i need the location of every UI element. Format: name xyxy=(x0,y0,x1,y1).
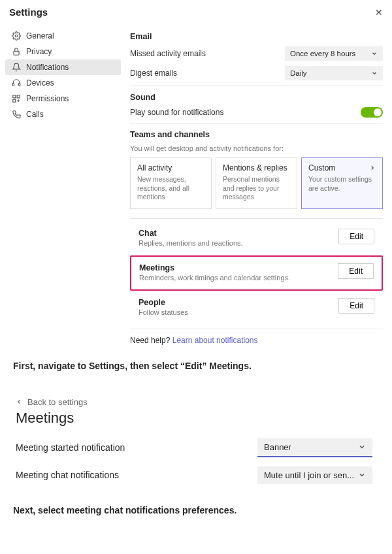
phone-icon xyxy=(12,110,21,119)
card-title: Custom xyxy=(308,163,335,172)
headset-icon xyxy=(12,78,21,88)
sidebar-item-permissions[interactable]: Permissions xyxy=(5,91,121,106)
card-custom[interactable]: Custom Your custom settings are active. xyxy=(301,157,383,209)
section-email-heading: Email xyxy=(130,32,383,41)
meetings-title: Meetings xyxy=(16,410,372,427)
meeting-started-select[interactable]: Banner xyxy=(257,438,372,457)
sidebar-item-label: Notifications xyxy=(26,63,69,72)
teams-subtext: You will get desktop and activity notifi… xyxy=(130,144,383,152)
sidebar-item-notifications[interactable]: Notifications xyxy=(5,59,121,75)
svg-rect-5 xyxy=(17,95,20,98)
play-sound-label: Play sound for notifications xyxy=(130,108,223,117)
instruction-step-1: First, navigate to Settings, then select… xyxy=(0,358,392,374)
chevron-down-icon xyxy=(371,70,378,76)
play-sound-toggle[interactable] xyxy=(361,107,383,118)
edit-chat-button[interactable]: Edit xyxy=(338,229,374,244)
sidebar-item-label: General xyxy=(26,31,54,41)
chevron-left-icon xyxy=(16,399,22,405)
svg-rect-6 xyxy=(13,99,16,102)
digest-emails-select[interactable]: Daily xyxy=(285,66,383,80)
sidebar-item-label: Devices xyxy=(26,78,54,88)
dialog-header: Settings ✕ xyxy=(0,7,392,23)
sidebar-item-label: Permissions xyxy=(26,94,69,103)
block-chat: Chat Replies, mentions and reactions. Ed… xyxy=(130,221,383,255)
settings-content: Email Missed activity emails Once every … xyxy=(121,23,392,345)
svg-rect-4 xyxy=(13,95,16,98)
settings-dialog: Settings ✕ General Privacy Notification xyxy=(0,0,392,345)
meeting-chat-select[interactable]: Mute until I join or sen... xyxy=(257,466,372,484)
section-sound-heading: Sound xyxy=(130,93,383,102)
sidebar-item-label: Calls xyxy=(26,110,44,119)
card-mentions-replies[interactable]: Mentions & replies Personal mentions and… xyxy=(216,157,297,209)
chevron-down-icon xyxy=(371,50,378,57)
digest-emails-label: Digest emails xyxy=(130,69,177,78)
close-icon[interactable]: ✕ xyxy=(375,7,383,18)
card-title: All activity xyxy=(137,163,172,172)
back-to-settings[interactable]: Back to settings xyxy=(16,397,372,407)
sidebar-item-devices[interactable]: Devices xyxy=(5,75,121,91)
settings-sidebar: General Privacy Notifications Devices xyxy=(0,23,121,345)
lock-icon xyxy=(12,47,21,56)
chevron-down-icon xyxy=(358,443,366,451)
block-title: People xyxy=(139,298,188,307)
section-teams-heading: Teams and channels xyxy=(130,130,383,139)
block-sub: Reminders, work timings and calendar set… xyxy=(139,274,290,282)
apps-icon xyxy=(12,94,21,103)
edit-meetings-button[interactable]: Edit xyxy=(338,263,374,279)
instruction-step-2: Next, select meeting chat notifications … xyxy=(0,502,392,518)
card-sub: New messages, reactions, and all mention… xyxy=(137,175,204,202)
sidebar-item-privacy[interactable]: Privacy xyxy=(5,44,121,59)
missed-emails-label: Missed activity emails xyxy=(130,49,206,58)
block-sub: Follow statuses xyxy=(139,308,188,316)
card-sub: Your custom settings are active. xyxy=(308,175,376,193)
sidebar-item-calls[interactable]: Calls xyxy=(5,106,121,122)
chevron-down-icon xyxy=(358,471,366,479)
svg-point-0 xyxy=(15,35,18,37)
select-value: Banner xyxy=(264,442,291,452)
dialog-title: Settings xyxy=(9,7,48,18)
svg-rect-1 xyxy=(14,51,19,55)
edit-people-button[interactable]: Edit xyxy=(338,298,374,314)
select-value: Mute until I join or sen... xyxy=(264,470,354,480)
block-sub: Replies, mentions and reactions. xyxy=(139,239,243,247)
meetings-panel: Back to settings Meetings Meeting starte… xyxy=(0,378,372,484)
svg-rect-3 xyxy=(19,84,20,86)
back-label: Back to settings xyxy=(27,397,88,407)
block-people: People Follow statuses Edit xyxy=(130,291,383,325)
sidebar-item-label: Privacy xyxy=(26,47,52,56)
help-link[interactable]: Learn about notifications xyxy=(172,336,258,345)
block-meetings: Meetings Reminders, work timings and cal… xyxy=(130,255,383,291)
select-value: Daily xyxy=(290,69,307,77)
help-prefix: Need help? xyxy=(130,336,172,345)
help-line: Need help? Learn about notifications xyxy=(130,336,383,345)
missed-emails-select[interactable]: Once every 8 hours xyxy=(285,46,383,61)
block-title: Chat xyxy=(139,229,243,238)
meeting-started-label: Meeting started notification xyxy=(16,442,125,453)
chevron-right-icon xyxy=(369,165,376,171)
card-sub: Personal mentions and replies to your me… xyxy=(223,175,290,202)
card-title: Mentions & replies xyxy=(223,163,287,172)
bell-icon xyxy=(12,63,21,72)
svg-rect-2 xyxy=(12,84,14,86)
select-value: Once every 8 hours xyxy=(290,50,355,57)
block-title: Meetings xyxy=(139,263,290,272)
meeting-chat-label: Meeting chat notifications xyxy=(16,470,119,480)
gear-icon xyxy=(12,31,21,41)
card-all-activity[interactable]: All activity New messages, reactions, an… xyxy=(130,157,212,209)
sidebar-item-general[interactable]: General xyxy=(5,28,121,44)
